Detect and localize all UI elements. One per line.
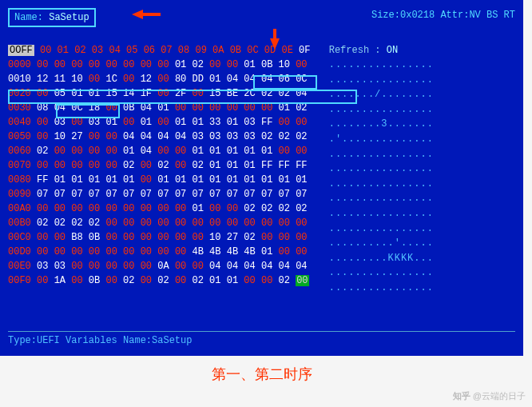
ascii-row: .'..............	[329, 132, 434, 147]
hex-row[interactable]: 00D0 00 00 00 00 00 00 00 00 00 4B 4B 4B…	[8, 245, 310, 259]
ascii-row: ........3.......	[329, 117, 434, 132]
hex-row[interactable]: 0040 00 03 00 03 01 00 01 00 01 01 33 01…	[8, 115, 310, 130]
ascii-row: ................	[329, 265, 434, 281]
hex-row[interactable]: 0080 FF 01 01 01 01 01 00 01 01 01 01 01…	[8, 173, 310, 187]
ascii-row: .........KKKK...	[329, 251, 434, 266]
ascii-row: ................	[329, 102, 434, 118]
hex-row[interactable]: 0000 00 00 00 00 00 00 00 00 01 02 00 00…	[8, 58, 310, 72]
ascii-row: ......./........	[329, 87, 434, 102]
hex-row[interactable]: 00F0 00 1A 00 0B 00 02 00 02 00 02 01 01…	[8, 273, 310, 288]
hex-row[interactable]: 0030 08 04 0C 18 00 0B 04 01 00 00 00 00…	[8, 101, 310, 115]
hex-editor-terminal: Name: SaSetup Size:0x0218 Attr:NV BS RT …	[0, 0, 523, 356]
watermark: 知乎 @云端的日子	[453, 390, 526, 402]
hex-row[interactable]: 0060 02 00 00 00 00 01 04 00 00 01 01 01…	[8, 144, 310, 158]
hex-row[interactable]: 00B0 02 02 02 02 00 00 00 00 00 00 00 00…	[8, 216, 310, 230]
sidebar: Refresh : ON ...........................…	[329, 43, 434, 296]
refresh-value: ON	[387, 45, 398, 56]
size-attr: Size:0x0218 Attr:NV BS RT	[371, 8, 515, 27]
refresh-status: Refresh : ON	[329, 43, 434, 58]
ascii-dump: ......................................./…	[329, 58, 434, 296]
hex-row[interactable]: 0090 07 07 07 07 07 07 07 07 07 07 07 07…	[8, 187, 310, 202]
hex-row[interactable]: 00E0 03 03 00 00 00 00 00 0A 00 00 04 04…	[8, 259, 310, 273]
ascii-row: ................	[329, 281, 434, 296]
watermark-user: @云端的日子	[470, 391, 526, 401]
hex-row[interactable]: 00A0 00 00 00 00 00 00 00 00 00 01 00 00…	[8, 202, 310, 216]
status-text: Type:UEFI Variables Name:SaSetup	[8, 335, 192, 346]
hex-row[interactable]: 0050 00 10 27 00 00 04 04 04 04 03 03 03…	[8, 130, 310, 144]
ascii-row: ..........'.....	[329, 236, 434, 251]
hex-row[interactable]: 0010 12 11 10 00 1C 00 12 00 80 DD 01 04…	[8, 72, 310, 86]
hex-row[interactable]: 0020 00 05 01 01 15 14 1F 00 2F 00 15 BE…	[8, 86, 310, 101]
ascii-row: ................	[329, 58, 434, 73]
arrow-icon	[132, 10, 143, 19]
ascii-row: ................	[329, 162, 434, 177]
caption: 第一、第二时序	[0, 365, 523, 384]
variable-name-box: Name: SaSetup	[8, 8, 96, 27]
ascii-row: ................	[329, 147, 434, 162]
ascii-row: ................	[329, 221, 434, 237]
column-header-row: OOFF 00 01 02 03 04 05 06 07 08 09 0A 0B…	[8, 43, 310, 58]
name-label: Name:	[14, 12, 49, 23]
watermark-logo: 知乎	[453, 391, 470, 401]
header: Name: SaSetup Size:0x0218 Attr:NV BS RT	[8, 8, 515, 27]
name-value: SaSetup	[49, 12, 89, 23]
ascii-row: ................	[329, 177, 434, 192]
hex-row[interactable]: 00C0 00 00 B8 0B 00 00 00 00 00 00 10 27…	[8, 230, 310, 245]
hex-row[interactable]: 0070 00 00 00 00 00 02 00 02 00 02 01 01…	[8, 158, 310, 173]
status-bar: Type:UEFI Variables Name:SaSetup	[8, 331, 515, 348]
ascii-row: ................	[329, 191, 434, 206]
refresh-label: Refresh :	[329, 45, 387, 56]
hex-grid[interactable]: OOFF 00 01 02 03 04 05 06 07 08 09 0A 0B…	[8, 43, 310, 288]
ascii-row: ................	[329, 73, 434, 88]
ascii-row: ................	[329, 206, 434, 221]
arrow-icon	[270, 38, 280, 50]
